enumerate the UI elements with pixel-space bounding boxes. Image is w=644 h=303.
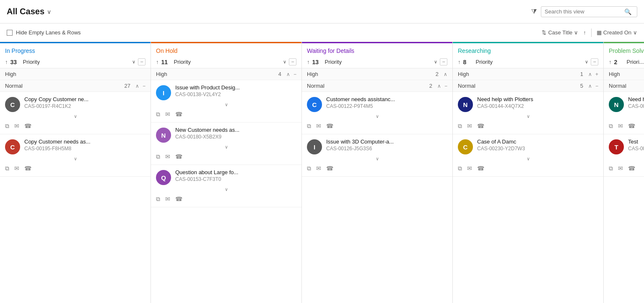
card-expand-icon[interactable]: ∨ [609, 156, 644, 162]
phone-icon[interactable]: ☎ [175, 196, 182, 203]
card-item[interactable]: TTestCAS-00...∨⧉✉☎ [604, 134, 644, 177]
email-icon[interactable]: ✉ [14, 123, 19, 130]
email-icon[interactable]: ✉ [165, 111, 170, 118]
group-expand-btn[interactable]: ∧ [444, 71, 447, 77]
group-collapse-btn[interactable]: − [143, 83, 145, 89]
card-expand-icon[interactable]: ∨ [156, 144, 296, 150]
sort-arrows-icon: ⇅ [542, 29, 546, 36]
copy-icon[interactable]: ⧉ [156, 111, 160, 118]
sort-up-arrow[interactable]: ↑ [583, 29, 586, 36]
title-chevron[interactable]: ∨ [47, 8, 51, 15]
lane-collapse-in-progress[interactable]: − [138, 58, 145, 65]
card-expand-icon[interactable]: ∨ [458, 156, 598, 162]
card-item[interactable]: CCopy Customer needs as...CAS-00195-F8H5… [0, 134, 151, 177]
group-collapse-btn[interactable]: − [595, 83, 598, 89]
card-title: Question about Large fo... [175, 169, 296, 175]
copy-icon[interactable]: ⧉ [307, 123, 311, 130]
hide-empty-checkbox[interactable] [7, 30, 13, 36]
lane-collapse-waiting[interactable]: − [440, 58, 447, 65]
card-expand-icon[interactable]: ∨ [5, 156, 145, 162]
card-top: NNeed help with PlottersCAS-00144-X4Q7X2 [458, 96, 598, 112]
lane-sort-chevron-researching[interactable]: ∨ [585, 59, 588, 65]
card-item[interactable]: CCopy Copy Customer ne...CAS-00197-R4C1K… [0, 92, 151, 134]
lane-waiting: Waiting for Details↑13Priority∨−High2∧No… [302, 42, 453, 303]
card-item[interactable]: IIssue with Product Desig...CAS-00138-V2… [151, 80, 301, 123]
phone-icon[interactable]: ☎ [477, 123, 484, 130]
lane-sort-chevron-on-hold[interactable]: ∨ [283, 59, 286, 65]
card-expand-icon[interactable]: ∨ [307, 114, 447, 119]
card-title: Customer needs assistanc... [326, 96, 447, 102]
card-item[interactable]: QQuestion about Large fo...CAS-00153-C7F… [151, 165, 301, 207]
copy-icon[interactable]: ⧉ [5, 123, 9, 130]
card-expand-icon[interactable]: ∨ [5, 114, 145, 119]
card-expand-icon[interactable]: ∨ [156, 187, 296, 192]
email-icon[interactable]: ✉ [316, 123, 321, 130]
card-info: Issue with 3D Computer-a...CAS-00126-J5G… [326, 138, 447, 152]
lane-sort-arrow-in-progress: ↑ [5, 59, 8, 65]
group-expand-btn[interactable]: ∧ [286, 71, 290, 77]
card-item[interactable]: IIssue with 3D Computer-a...CAS-00126-J5… [302, 134, 452, 177]
copy-icon[interactable]: ⧉ [156, 196, 160, 203]
group-row-waiting-1: Normal2∧− [302, 80, 452, 92]
lane-collapse-on-hold[interactable]: − [289, 58, 296, 65]
email-icon[interactable]: ✉ [467, 123, 472, 130]
card-item[interactable]: NNew Customer needs as...CAS-00180-X5B2X… [151, 123, 301, 165]
phone-icon[interactable]: ☎ [628, 123, 635, 130]
copy-icon[interactable]: ⧉ [156, 153, 160, 160]
card-actions: ⧉✉☎ [609, 121, 644, 131]
lane-sort-chevron-waiting[interactable]: ∨ [434, 59, 437, 65]
phone-icon[interactable]: ☎ [628, 165, 635, 172]
card-item[interactable]: NNeed help with PlottersCAS-00144-X4Q7X2… [453, 92, 603, 134]
email-icon[interactable]: ✉ [618, 123, 623, 130]
card-id: CAS-00180-X5B2X9 [175, 134, 296, 140]
email-icon[interactable]: ✉ [165, 196, 170, 203]
sort-button[interactable]: ⇅ Case Title ∨ [542, 29, 578, 36]
card-top: CCustomer needs assistanc...CAS-00122-P9… [307, 96, 447, 112]
card-expand-icon[interactable]: ∨ [458, 114, 598, 119]
phone-icon[interactable]: ☎ [175, 111, 182, 118]
copy-icon[interactable]: ⧉ [609, 123, 613, 130]
copy-icon[interactable]: ⧉ [609, 165, 613, 172]
email-icon[interactable]: ✉ [14, 165, 19, 172]
group-expand-btn[interactable]: ∧ [135, 83, 139, 89]
phone-icon[interactable]: ☎ [477, 165, 484, 172]
group-expand-btn[interactable]: ∧ [588, 71, 592, 77]
lane-sort-label-on-hold: Priority [174, 59, 281, 65]
phone-icon[interactable]: ☎ [24, 123, 31, 130]
copy-icon[interactable]: ⧉ [307, 165, 311, 172]
email-icon[interactable]: ✉ [165, 153, 170, 160]
sub-bar-right: ⇅ Case Title ∨ ↑ ▦ Created On ∨ [542, 29, 637, 37]
lane-count-on-hold: 11 [161, 59, 171, 65]
group-expand-btn[interactable]: ∧ [437, 83, 441, 89]
group-collapse-btn[interactable]: − [293, 71, 296, 77]
card-top: QQuestion about Large fo...CAS-00153-C7F… [156, 169, 296, 185]
lane-sort-chevron-in-progress[interactable]: ∨ [132, 59, 135, 65]
email-icon[interactable]: ✉ [618, 165, 623, 172]
copy-icon[interactable]: ⧉ [458, 123, 462, 130]
card-item[interactable]: CCustomer needs assistanc...CAS-00122-P9… [302, 92, 452, 134]
group-row-on-hold-0: High4∧− [151, 68, 301, 80]
filter-icon[interactable]: ⧩ [531, 8, 537, 16]
phone-icon[interactable]: ☎ [326, 165, 333, 172]
card-expand-icon[interactable]: ∨ [609, 114, 644, 119]
copy-icon[interactable]: ⧉ [5, 165, 9, 172]
search-box[interactable]: 🔍 [541, 6, 637, 17]
group-row-researching-1: Normal5∧− [453, 80, 603, 92]
group-expand-btn[interactable]: ∧ [588, 83, 592, 89]
email-icon[interactable]: ✉ [316, 165, 321, 172]
group-row-solved-0: High [604, 68, 644, 80]
group-collapse-btn[interactable]: − [444, 83, 447, 89]
created-on-button[interactable]: ▦ Created On ∨ [597, 29, 637, 36]
card-expand-icon[interactable]: ∨ [307, 156, 447, 162]
copy-icon[interactable]: ⧉ [458, 165, 462, 172]
card-item[interactable]: NNeed h...CAS-00...∨⧉✉☎ [604, 92, 644, 134]
phone-icon[interactable]: ☎ [326, 123, 333, 130]
group-add-btn[interactable]: + [595, 71, 598, 77]
phone-icon[interactable]: ☎ [175, 153, 182, 160]
lane-collapse-researching[interactable]: − [591, 58, 598, 65]
phone-icon[interactable]: ☎ [24, 165, 31, 172]
card-expand-icon[interactable]: ∨ [156, 102, 296, 107]
email-icon[interactable]: ✉ [467, 165, 472, 172]
search-input[interactable] [545, 8, 624, 15]
card-item[interactable]: CCase of A DamcCAS-00230-Y2D7W3∨⧉✉☎ [453, 134, 603, 177]
